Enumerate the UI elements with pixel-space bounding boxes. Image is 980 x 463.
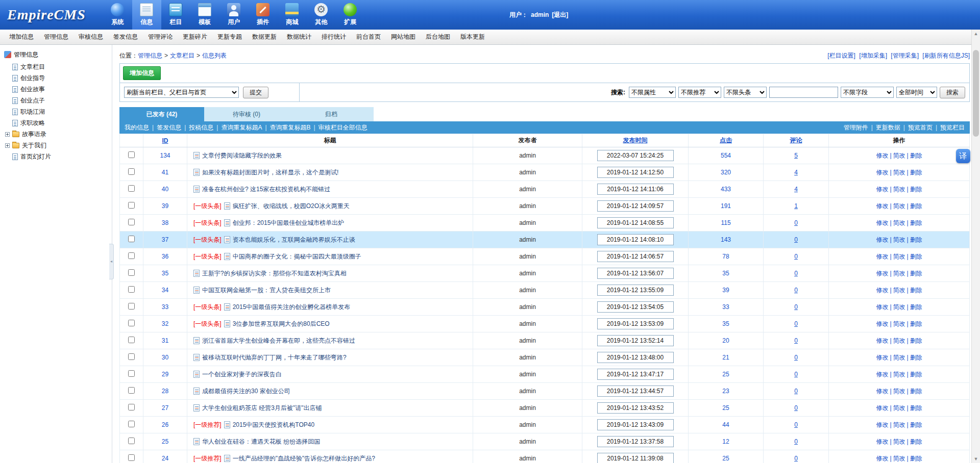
clicks-link[interactable]: 25 bbox=[722, 371, 729, 378]
delete-link[interactable]: 删除 bbox=[910, 253, 922, 260]
row-checkbox[interactable] bbox=[128, 438, 135, 444]
clicks-link[interactable]: 320 bbox=[721, 169, 731, 176]
add-info-button[interactable]: 增加信息 bbox=[123, 66, 161, 80]
title-link[interactable]: 创业邦：2015中国最佳创业城市榜单出炉 bbox=[233, 219, 345, 227]
quick-edit-link[interactable]: 简改 bbox=[893, 169, 905, 176]
delete-link[interactable]: 删除 bbox=[910, 236, 922, 243]
title-link[interactable]: 大学生创业租奶茶店 经营3月后被"请"出店铺 bbox=[202, 404, 322, 413]
delete-link[interactable]: 删除 bbox=[910, 320, 922, 327]
delete-link[interactable]: 删除 bbox=[910, 303, 922, 311]
title-link[interactable]: 文章付费阅读隐藏字段的效果 bbox=[202, 151, 282, 160]
edit-link[interactable]: 修改 bbox=[876, 320, 888, 327]
quick-edit-link[interactable]: 简改 bbox=[893, 219, 905, 226]
clicks-link[interactable]: 115 bbox=[721, 219, 730, 226]
action-link[interactable]: 查询重复标题A bbox=[221, 124, 262, 131]
action-link[interactable]: 查询重复标题B bbox=[270, 124, 311, 131]
row-checkbox[interactable] bbox=[128, 252, 135, 259]
title-link[interactable]: 一线产品经理的"血战经验"告诉你怎样做出好的产品? bbox=[233, 454, 375, 463]
action-link[interactable]: 审核栏目全部信息 bbox=[318, 124, 368, 131]
refresh-scope-select[interactable]: 刷新当前栏目、父栏目与首页 bbox=[124, 87, 239, 98]
edit-link[interactable]: 修改 bbox=[876, 354, 888, 361]
menubar-item[interactable]: 增加信息 bbox=[4, 33, 39, 41]
search-button[interactable]: 搜索 bbox=[940, 87, 965, 98]
row-checkbox[interactable] bbox=[128, 269, 135, 276]
quick-edit-link[interactable]: 简改 bbox=[893, 320, 905, 327]
quick-edit-link[interactable]: 简改 bbox=[893, 270, 905, 277]
quick-edit-link[interactable]: 简改 bbox=[893, 404, 905, 411]
clicks-link[interactable]: 554 bbox=[721, 152, 731, 159]
clicks-link[interactable]: 25 bbox=[722, 455, 729, 462]
publish-time-input[interactable] bbox=[597, 352, 674, 363]
comments-link[interactable]: 0 bbox=[794, 438, 798, 445]
action-link[interactable]: 预览首页 bbox=[908, 124, 933, 131]
delete-link[interactable]: 删除 bbox=[910, 186, 922, 193]
expand-plus-icon[interactable] bbox=[5, 132, 10, 137]
topnav-item[interactable]: 扩展 bbox=[336, 0, 365, 30]
publish-time-input[interactable] bbox=[597, 285, 674, 296]
action-link[interactable]: 管理附件 bbox=[844, 124, 868, 131]
translate-button[interactable]: 译 bbox=[956, 149, 970, 163]
status-tab[interactable]: 已发布 (42) bbox=[119, 107, 204, 121]
publish-time-input[interactable] bbox=[597, 268, 674, 279]
delete-link[interactable]: 删除 bbox=[910, 455, 922, 462]
delete-link[interactable]: 删除 bbox=[910, 169, 922, 176]
row-checkbox[interactable] bbox=[128, 303, 135, 310]
clicks-link[interactable]: 25 bbox=[722, 404, 729, 411]
publish-time-input[interactable] bbox=[597, 335, 674, 346]
expand-plus-icon[interactable] bbox=[5, 143, 10, 148]
topnav-item[interactable]: 信息 bbox=[132, 0, 161, 30]
tree-item[interactable]: 首页幻灯片 bbox=[4, 151, 109, 162]
menubar-item[interactable]: 签发信息 bbox=[108, 33, 143, 41]
submit-button[interactable]: 提交 bbox=[243, 87, 268, 98]
row-checkbox[interactable] bbox=[128, 151, 135, 158]
time-filter-select[interactable]: 全部时间 bbox=[896, 87, 937, 98]
publish-time-input[interactable] bbox=[597, 184, 674, 195]
menubar-item[interactable]: 后台地图 bbox=[421, 33, 455, 41]
comments-link[interactable]: 0 bbox=[794, 404, 798, 411]
sidebar-collapse-handle[interactable]: ◂ bbox=[109, 244, 114, 279]
action-link[interactable]: 更新数据 bbox=[876, 124, 900, 131]
delete-link[interactable]: 删除 bbox=[910, 270, 922, 277]
publish-time-input[interactable] bbox=[597, 453, 674, 463]
status-tab[interactable]: 归档 bbox=[289, 107, 374, 121]
menubar-item[interactable]: 管理信息 bbox=[39, 33, 74, 41]
column-action-link[interactable]: [增加采集] bbox=[859, 52, 887, 59]
edit-link[interactable]: 修改 bbox=[876, 152, 888, 159]
publish-time-input[interactable] bbox=[597, 419, 674, 430]
breadcrumb-link[interactable]: 文章栏目 bbox=[170, 52, 194, 59]
publish-time-input[interactable] bbox=[597, 318, 674, 329]
title-link[interactable]: 疯狂扩张、收缩战线，校园O2O冰火两重天 bbox=[233, 202, 350, 211]
edit-link[interactable]: 修改 bbox=[876, 186, 888, 193]
row-checkbox[interactable] bbox=[128, 185, 135, 192]
title-link[interactable]: 2015中国天使投资机构TOP40 bbox=[233, 421, 315, 429]
comments-link[interactable]: 1 bbox=[794, 202, 798, 210]
title-link[interactable]: 王新宇?的乡镇探访实录：那些你不知道农村淘宝真相 bbox=[202, 269, 347, 278]
edit-link[interactable]: 修改 bbox=[876, 219, 888, 226]
menubar-item[interactable]: 审核信息 bbox=[74, 33, 108, 41]
edit-link[interactable]: 修改 bbox=[876, 421, 888, 428]
comments-link[interactable]: 0 bbox=[794, 219, 798, 226]
column-action-link[interactable]: [刷新所有信息JS] bbox=[922, 52, 970, 59]
menubar-item[interactable]: 排行统计 bbox=[316, 33, 351, 41]
action-link[interactable]: 投稿信息 bbox=[189, 124, 213, 131]
col-header-clicks[interactable]: 点击 bbox=[689, 134, 764, 147]
row-checkbox[interactable] bbox=[128, 219, 135, 225]
edit-link[interactable]: 修改 bbox=[876, 169, 888, 176]
delete-link[interactable]: 删除 bbox=[910, 438, 922, 445]
comments-link[interactable]: 0 bbox=[794, 354, 798, 361]
quick-edit-link[interactable]: 简改 bbox=[893, 455, 905, 462]
status-tab[interactable]: 待审核 (0) bbox=[204, 107, 289, 121]
quick-edit-link[interactable]: 简改 bbox=[893, 371, 905, 378]
tree-item[interactable]: 创业点子 bbox=[4, 95, 109, 106]
comments-link[interactable]: 4 bbox=[794, 169, 798, 176]
edit-link[interactable]: 修改 bbox=[876, 438, 888, 445]
tree-item[interactable]: 创业故事 bbox=[4, 84, 109, 95]
menubar-item[interactable]: 网站地图 bbox=[386, 33, 421, 41]
clicks-link[interactable]: 78 bbox=[722, 253, 729, 260]
publish-time-input[interactable] bbox=[597, 167, 674, 178]
delete-link[interactable]: 删除 bbox=[910, 371, 922, 378]
topnav-item[interactable]: 栏目 bbox=[161, 0, 190, 30]
row-checkbox[interactable] bbox=[128, 421, 135, 427]
menubar-item[interactable]: 管理评论 bbox=[143, 33, 178, 41]
action-link[interactable]: 预览栏目 bbox=[940, 124, 965, 131]
